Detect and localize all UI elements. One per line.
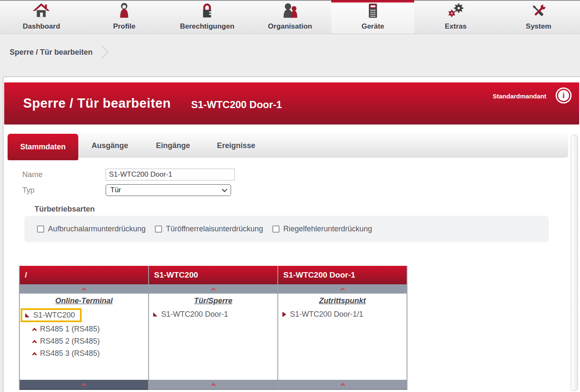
door-modes-panel: Aufbruchalarmunterdrückung Türöffnerrela… [24,216,549,242]
tree-item-label: RS485 2 (RS485) [40,337,100,346]
tab-bar: Stammdaten Ausgänge Eingänge Ereignisse [8,134,568,158]
tree-item[interactable]: S1-WTC200 Door-1 [149,308,277,320]
tree-item[interactable]: RS485 1 (RS485) [20,323,148,335]
form-row-typ: Typ Tür [22,184,579,196]
nav-item-organisation[interactable]: Organisation [249,1,332,34]
tree-column-door: S1-WTC200 Door-1 Zutrittspunkt S1-WTC200… [278,266,407,390]
tree-item-label: RS485 1 (RS485) [40,325,100,334]
caret-up-icon [82,383,86,387]
tools-icon [529,2,548,21]
tree-column-body: Tür/Sperre S1-WTC200 Door-1 [149,294,277,380]
tree-item-label: S1-WTC200 Door-1 [161,310,228,319]
info-icon[interactable]: i [556,87,572,103]
scroll-up-button[interactable] [278,284,407,294]
vertical-scrollbar[interactable] [571,135,578,391]
nav-label: Profile [113,22,136,31]
organisation-icon [280,2,300,21]
nav-item-system[interactable]: System [497,1,580,34]
nav-item-profile[interactable]: Profile [83,1,166,34]
caret-up-icon [32,328,37,332]
breadcrumb: Sperre / Tür bearbeiten [10,48,580,57]
top-navigation: Dashboard Profile Berechtigungen [0,0,580,34]
tree-item-label: S1-WTC200 Door-1/1 [290,310,363,319]
nav-label: Geräte [362,22,384,31]
gears-icon [446,2,466,21]
tree-item-label: S1-WTC200 [33,311,75,320]
scroll-up-button[interactable] [20,284,148,294]
name-label: Name [22,170,106,179]
tab-stammdaten[interactable]: Stammdaten [8,134,78,160]
caret-up-icon [32,340,37,344]
checkbox-label: Riegelfehlerunterdrückung [283,225,372,233]
devices-icon [363,2,383,21]
tree-column-root: / Online-Terminal S1-WTC200 RS485 1 (RS4… [20,266,148,390]
nav-item-geraete[interactable]: Geräte [331,1,414,34]
tree-column-header: S1-WTC200 [149,266,277,284]
page-subtitle: S1-WTC200 Door-1 [191,97,282,111]
checkbox-label: Türöffnerrelaisunterdrückung [166,225,263,233]
caret-up-icon [340,287,345,292]
profile-icon [114,2,134,21]
caret-up-icon [82,287,86,292]
tree-item[interactable]: S1-WTC200 [21,308,82,322]
nav-item-dashboard[interactable]: Dashboard [0,1,83,34]
chevron-right-icon [96,45,109,58]
device-tree: / Online-Terminal S1-WTC200 RS485 1 (RS4… [19,266,407,390]
caret-up-icon [211,287,216,292]
lock-icon [197,2,217,21]
mode-tueroeffnerrelais: Türöffnerrelaisunterdrückung [155,225,263,233]
tree-group-label[interactable]: Tür/Sperre [149,297,277,305]
tab-eingaenge[interactable]: Eingänge [141,134,205,158]
caret-up-icon [211,383,216,387]
typ-label: Typ [22,186,106,195]
door-modes-section: Türbetriebsarten Aufbruchalarmunterdrück… [24,205,549,242]
page-title: Sperre / Tür bearbeiten [23,96,171,111]
scroll-down-button[interactable] [278,380,407,390]
mode-riegelfehler: Riegelfehlerunterdrückung [272,225,372,233]
checkbox-aufbruchalarmunterdrueckung[interactable] [37,225,44,233]
node-expanded-icon [25,313,29,318]
tree-column-header: / [20,266,148,284]
caret-up-icon [340,383,345,387]
breadcrumb-label[interactable]: Sperre / Tür bearbeiten [10,48,93,57]
typ-select[interactable]: Tür [106,184,231,196]
page-header-band: Sperre / Tür bearbeiten S1-WTC200 Door-1… [4,82,579,124]
nav-label: Extras [445,22,467,31]
checkbox-riegelfehlerunterdrueckung[interactable] [272,225,279,233]
scroll-down-button[interactable] [20,380,148,390]
nav-label: Dashboard [23,22,60,31]
nav-item-extras[interactable]: Extras [414,1,497,34]
content-panel: Sperre / Tür bearbeiten S1-WTC200 Door-1… [3,77,580,392]
nav-label: Organisation [268,22,312,31]
tab-ereignisse[interactable]: Ereignisse [205,134,268,158]
tree-group-label[interactable]: Online-Terminal [20,297,148,305]
tree-item[interactable]: S1-WTC200 Door-1/1 [278,308,407,320]
tree-group-label[interactable]: Zutrittspunkt [278,297,407,305]
door-modes-title: Türbetriebsarten [24,205,549,214]
name-input[interactable] [106,169,235,180]
tree-item-label: RS485 3 (RS485) [40,349,100,358]
tenant-label: Standardmandant [492,93,546,100]
nav-label: Berechtigungen [180,22,234,31]
node-collapsed-icon [282,312,286,317]
tab-ausgaenge[interactable]: Ausgänge [78,134,141,158]
info-icon-glyph: i [558,90,569,101]
tree-item[interactable]: RS485 2 (RS485) [20,335,148,347]
tree-column-terminal: S1-WTC200 Tür/Sperre S1-WTC200 Door-1 [149,266,277,390]
chevron-down-icon [222,187,227,192]
nav-label: System [526,22,551,31]
master-data-form: Name Typ Tür [22,169,579,196]
tree-column-header: S1-WTC200 Door-1 [278,266,407,284]
tree-column-body: Zutrittspunkt S1-WTC200 Door-1/1 [278,294,407,380]
typ-select-value: Tür [110,186,121,194]
checkbox-label: Aufbruchalarmunterdrückung [48,225,146,233]
scroll-down-button[interactable] [149,380,277,390]
mode-aufbruchalarm: Aufbruchalarmunterdrückung [37,225,146,233]
node-expanded-icon [153,313,157,317]
scroll-up-button[interactable] [149,284,277,294]
checkbox-tueroeffnerrelaisunterdrueckung[interactable] [155,225,162,233]
tree-item[interactable]: RS485 3 (RS485) [20,347,148,360]
nav-item-berechtigungen[interactable]: Berechtigungen [166,1,249,34]
form-row-name: Name [22,169,579,180]
home-icon [32,2,51,21]
